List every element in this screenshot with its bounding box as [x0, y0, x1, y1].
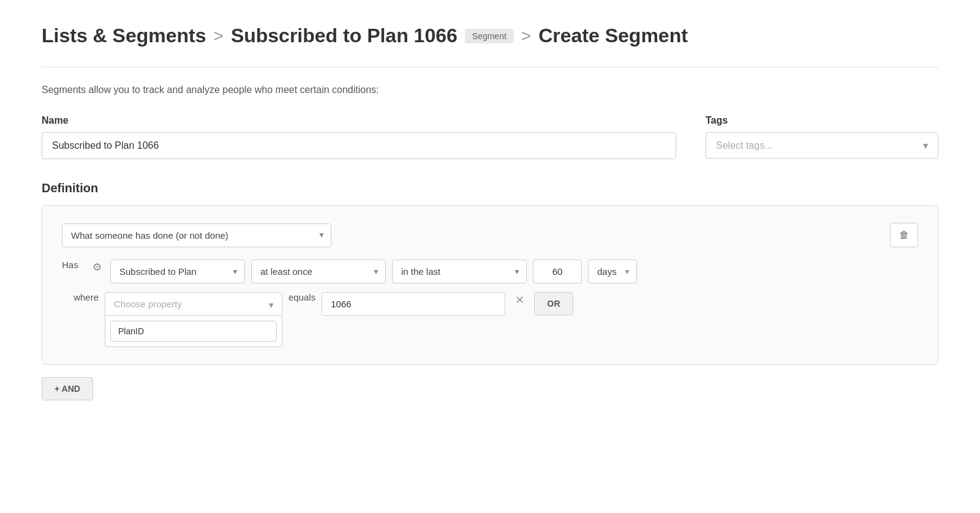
segment-badge: Segment [465, 29, 514, 43]
action-select[interactable]: Subscribed to Plan [110, 260, 245, 283]
frequency-select-wrapper: at least once ▼ [251, 260, 386, 283]
header-divider [42, 67, 938, 67]
definition-section: Definition What someone has done (or not… [42, 181, 938, 400]
tags-select-wrapper: Select tags... ▼ [706, 132, 938, 159]
number-input[interactable] [533, 260, 582, 283]
property-select[interactable]: Choose property [105, 292, 282, 316]
time-qualifier-select-wrapper: in the last ▼ [392, 260, 527, 283]
tags-select[interactable]: Select tags... [706, 132, 938, 159]
breadcrumb-lists-segments[interactable]: Lists & Segments [42, 24, 206, 47]
gear-icon: ⚙ [92, 261, 102, 273]
property-dropdown [105, 316, 282, 347]
frequency-select[interactable]: at least once [251, 260, 386, 283]
delete-condition-button[interactable]: 🗑 [890, 223, 918, 247]
has-row: Has ⚙ Subscribed to Plan ▼ at least once… [62, 260, 918, 283]
action-select-wrapper: Subscribed to Plan ▼ [110, 260, 245, 283]
days-select[interactable]: days [588, 260, 637, 283]
definition-box: What someone has done (or not done) ▼ 🗑 … [42, 205, 938, 365]
name-input[interactable] [42, 132, 676, 159]
breadcrumb: Lists & Segments > Subscribed to Plan 10… [42, 24, 938, 47]
where-label: where [62, 292, 99, 302]
close-icon: ✕ [515, 293, 524, 307]
breadcrumb-plan[interactable]: Subscribed to Plan 1066 [231, 24, 458, 47]
where-row: where Choose property ▼ equals ✕ OR [62, 292, 918, 347]
has-label: Has [62, 260, 84, 270]
tags-group: Tags Select tags... ▼ [706, 115, 938, 159]
condition-type-select[interactable]: What someone has done (or not done) [62, 223, 331, 247]
condition-type-wrapper: What someone has done (or not done) ▼ [62, 223, 331, 247]
name-group: Name [42, 115, 676, 159]
condition-type-row: What someone has done (or not done) ▼ 🗑 [62, 223, 918, 247]
tags-label: Tags [706, 115, 938, 126]
gear-button[interactable]: ⚙ [90, 260, 104, 275]
property-search-input[interactable] [110, 321, 277, 342]
trash-icon: 🗑 [899, 230, 909, 241]
clear-value-button[interactable]: ✕ [511, 292, 528, 308]
breadcrumb-create-segment: Create Segment [538, 24, 688, 47]
property-select-wrapper: Choose property ▼ [105, 292, 282, 347]
equals-label: equals [288, 292, 315, 302]
equals-value-input[interactable] [322, 292, 505, 316]
days-select-wrapper: days ▼ [588, 260, 637, 283]
form-section: Name Tags Select tags... ▼ [42, 115, 938, 159]
definition-title: Definition [42, 181, 938, 195]
time-qualifier-select[interactable]: in the last [392, 260, 527, 283]
breadcrumb-separator-1: > [214, 26, 224, 46]
or-button[interactable]: OR [534, 292, 573, 315]
name-label: Name [42, 115, 676, 126]
page-description: Segments allow you to track and analyze … [42, 84, 938, 95]
and-button[interactable]: + AND [42, 377, 93, 400]
breadcrumb-separator-2: > [521, 26, 531, 46]
